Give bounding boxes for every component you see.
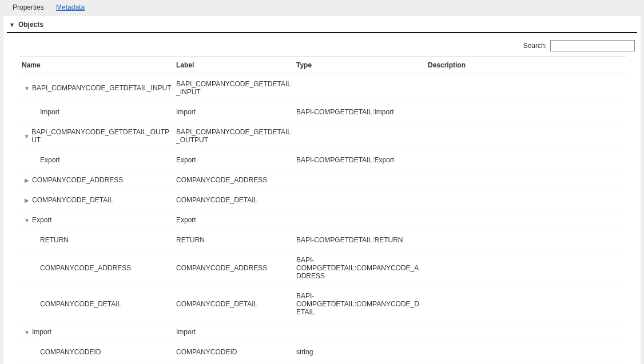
row-label: BAPI_COMPANYCODE_GETDETAIL_OUTPUT	[174, 122, 294, 150]
row-desc	[426, 102, 626, 122]
row-type	[294, 170, 426, 190]
row-label: RETURN	[174, 230, 294, 250]
row-desc	[426, 150, 626, 170]
row-desc	[426, 322, 626, 342]
row-name: Import	[32, 328, 51, 336]
col-name[interactable]: Name	[19, 57, 174, 74]
table-row[interactable]: ▶COMPANYCODE_DETAILCOMPANYCODE_DETAIL	[19, 190, 626, 210]
page: Properties Metadata ▼ Objects Search: Na…	[0, 0, 644, 364]
row-desc	[426, 170, 626, 190]
row-type: BAPI-COMPGETDETAIL:Import	[294, 102, 426, 122]
row-desc	[426, 362, 626, 365]
row-label: COMPANYCODE_ADDRESS	[174, 250, 294, 286]
row-name: RETURN	[40, 236, 69, 244]
row-desc	[426, 250, 626, 286]
table-row[interactable]: ▶ExportExportBAPI-COMPGETDETAIL:Export	[19, 150, 626, 170]
col-label[interactable]: Label	[174, 57, 294, 74]
tab-bar: Properties Metadata	[0, 0, 644, 16]
row-desc	[426, 286, 626, 322]
row-label: COMPANYCODEID	[174, 342, 294, 362]
row-desc	[426, 210, 626, 230]
col-type[interactable]: Type	[294, 57, 426, 74]
row-label: COMPANYCODE_DETAIL	[174, 190, 294, 210]
row-type: BAPI-COMPGETDETAIL:COMPANYCODE_DETAIL	[294, 286, 426, 322]
search-label: Search:	[523, 42, 547, 50]
table-row[interactable]: ▶COMPANYCODEIDCOMPANYCODEIDstring	[19, 342, 626, 362]
row-label: COMPANYCODE_ADDRESS	[174, 170, 294, 190]
chevron-down-icon[interactable]: ▼	[22, 329, 32, 335]
section-title: Objects	[18, 21, 43, 29]
row-desc	[426, 230, 626, 250]
row-desc	[426, 74, 626, 102]
row-label: BAPI_COMPANYCODE_GETDETAIL_INPUT	[174, 74, 294, 102]
row-name: Export	[40, 156, 60, 164]
row-type: BAPI-COMPGETDETAIL:COMPANYCODE_ADDRESS	[294, 250, 426, 286]
row-type: BAPI-COMPGETDETAIL:Export	[294, 150, 426, 170]
row-type	[294, 74, 426, 102]
search-bar: Search:	[3, 33, 641, 56]
row-name: COMPANYCODE_ADDRESS	[32, 176, 123, 184]
table-row[interactable]: ▼ImportImport	[19, 322, 626, 342]
search-input[interactable]	[550, 40, 635, 51]
objects-tree-table: Name Label Type Description ▼BAPI_COMPAN…	[19, 56, 626, 364]
chevron-right-icon[interactable]: ▶	[22, 197, 32, 203]
row-label: RETURN	[174, 362, 294, 365]
section-header-objects[interactable]: ▼ Objects	[3, 16, 641, 32]
row-type: BAPI-COMPGETDETAIL:RETURN	[294, 230, 426, 250]
row-type	[294, 122, 426, 150]
table-row[interactable]: ▶RETURNRETURNBAPI-COMPGETDETAIL:RETURN	[19, 230, 626, 250]
row-type	[294, 190, 426, 210]
header-row: Name Label Type Description	[19, 57, 626, 74]
row-type	[294, 210, 426, 230]
row-type	[294, 362, 426, 365]
tab-properties[interactable]: Properties	[13, 3, 44, 11]
row-type: string	[294, 342, 426, 362]
chevron-down-icon[interactable]: ▼	[22, 133, 31, 139]
table-row[interactable]: ▶COMPANYCODE_DETAILCOMPANYCODE_DETAILBAP…	[19, 286, 626, 322]
chevron-right-icon[interactable]: ▶	[22, 177, 32, 183]
row-desc	[426, 122, 626, 150]
row-desc	[426, 190, 626, 210]
row-name: BAPI_COMPANYCODE_GETDETAIL_OUTPUT	[31, 128, 172, 144]
chevron-down-icon[interactable]: ▼	[22, 217, 32, 223]
col-desc[interactable]: Description	[426, 57, 626, 74]
table-row[interactable]: ▶ImportImportBAPI-COMPGETDETAIL:Import	[19, 102, 626, 122]
row-type	[294, 322, 426, 342]
row-name: COMPANYCODE_ADDRESS	[40, 264, 131, 272]
table-row[interactable]: ▼BAPI_COMPANYCODE_GETDETAIL_INPUTBAPI_CO…	[19, 74, 626, 102]
metadata-panel: ▼ Objects Search: Name Label Type Descri…	[3, 16, 641, 364]
table-row[interactable]: ▼BAPI_COMPANYCODE_GETDETAIL_OUTPUTBAPI_C…	[19, 122, 626, 150]
row-label: Import	[174, 102, 294, 122]
row-name: BAPI_COMPANYCODE_GETDETAIL_INPUT	[32, 84, 172, 92]
row-name: COMPANYCODE_DETAIL	[32, 196, 113, 204]
table-row[interactable]: ▼ExportExport	[19, 210, 626, 230]
row-name: COMPANYCODE_DETAIL	[40, 300, 121, 308]
row-name: COMPANYCODEID	[40, 348, 101, 356]
chevron-down-icon[interactable]: ▼	[22, 85, 32, 91]
tab-metadata[interactable]: Metadata	[56, 3, 85, 11]
row-label: Export	[174, 210, 294, 230]
row-label: COMPANYCODE_DETAIL	[174, 286, 294, 322]
objects-tree-wrap: Name Label Type Description ▼BAPI_COMPAN…	[19, 56, 626, 364]
chevron-down-icon: ▼	[9, 22, 15, 28]
table-row[interactable]: ▶COMPANYCODE_ADDRESSCOMPANYCODE_ADDRESSB…	[19, 250, 626, 286]
row-label: Import	[174, 322, 294, 342]
table-row[interactable]: ▶RETURNRETURN	[19, 362, 626, 365]
table-row[interactable]: ▶COMPANYCODE_ADDRESSCOMPANYCODE_ADDRESS	[19, 170, 626, 190]
row-name: Import	[40, 108, 59, 116]
row-desc	[426, 342, 626, 362]
row-label: Export	[174, 150, 294, 170]
row-name: Export	[32, 216, 52, 224]
